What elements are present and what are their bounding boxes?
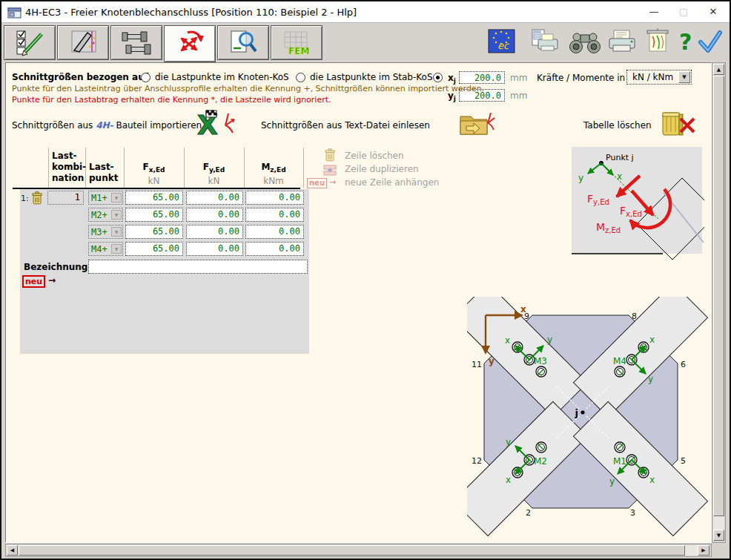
dropdown-arrow-icon[interactable]: ▼ — [678, 71, 690, 83]
help-button[interactable]: ? — [676, 28, 695, 59]
app-window: 4H-EC3 - Freier Knotenblechanschluss [Po… — [0, 0, 731, 560]
corner-8: 8 — [632, 312, 637, 321]
mz-field[interactable]: 0.00 — [245, 242, 304, 256]
clear-table-button[interactable] — [657, 108, 697, 142]
vertical-scrollbar[interactable]: ▲ ▼ — [712, 62, 726, 543]
vertical-scroll-thumb[interactable] — [713, 76, 724, 516]
horizontal-scrollbar[interactable]: ◀ ▶ — [5, 544, 712, 557]
toolbar: FEM ec — [1, 24, 730, 62]
radio-coords[interactable] — [433, 73, 443, 82]
corner-2: 2 — [526, 508, 531, 518]
fem-grid-icon: FEM — [280, 29, 313, 57]
lastpunkt-select[interactable]: M2+ ▼ — [88, 208, 123, 222]
clear-table-label: Tabelle löschen — [583, 120, 652, 131]
header-divider — [303, 148, 304, 188]
fy-field[interactable]: 0.00 — [186, 225, 243, 239]
tab-schrauben[interactable] — [110, 25, 162, 60]
fx-field[interactable]: 65.00 — [125, 191, 183, 205]
horizontal-scroll-thumb[interactable] — [19, 545, 685, 556]
minimize-button[interactable]: — — [639, 1, 669, 22]
scroll-right-button[interactable]: ▶ — [698, 545, 710, 556]
menu-append-row[interactable]: neue Zeile anhängen — [345, 177, 439, 188]
delete-row-icon[interactable] — [324, 148, 336, 162]
corner-11: 11 — [472, 360, 482, 369]
textfile-button[interactable] — [457, 109, 496, 141]
fx-field[interactable]: 65.00 — [125, 208, 183, 222]
plate-diagram: x y x y y x y x M3 M4 M2 M1 x y 9 8 6 5 … — [467, 297, 716, 549]
row-index: 1: — [21, 194, 29, 203]
radio-knoten-label[interactable]: die Lastpunkte im Knoten-KoS — [155, 72, 289, 82]
eurocode-button[interactable]: ec — [488, 28, 516, 57]
fx-field[interactable]: 65.00 — [125, 225, 183, 239]
menu-duplicate-row[interactable]: Zeile duplizieren — [345, 164, 419, 174]
textfile-label: Schnittgrößen aus Text-Datei einlesen — [261, 120, 430, 131]
force-diagram: Punkt j y x Fy,Ed Fx,Ed Mz,Ed — [571, 145, 704, 263]
fx-field[interactable]: 65.00 — [125, 242, 183, 256]
print-button[interactable] — [606, 28, 639, 59]
lastpunkt-select[interactable]: M4+ ▼ — [88, 242, 123, 256]
header-divider — [48, 148, 49, 188]
axis-y-label: y — [578, 173, 583, 183]
xj-field[interactable]: 200.0 — [459, 71, 505, 84]
close-button[interactable]: ✕ — [698, 1, 728, 22]
corner-5: 5 — [681, 456, 686, 466]
tab-fem[interactable]: FEM — [271, 25, 322, 60]
scroll-left-button[interactable]: ◀ — [7, 545, 18, 556]
center-j-label: j — [575, 407, 578, 418]
new-row-button[interactable]: neu — [22, 275, 45, 288]
bolts-icon — [119, 29, 153, 57]
import-x-flag-icon: X — [196, 109, 237, 139]
append-row-icon[interactable]: neu — [307, 178, 327, 188]
dropdown-arrow-icon[interactable]: ▼ — [111, 193, 122, 202]
fy-field[interactable]: 0.00 — [186, 208, 243, 222]
binoculars-icon — [568, 28, 602, 56]
scroll-up-button[interactable]: ▲ — [713, 64, 724, 75]
print-preview-button[interactable] — [531, 28, 560, 59]
mz-field[interactable]: 0.00 — [245, 225, 304, 239]
dropdown-arrow-icon[interactable]: ▼ — [111, 244, 122, 254]
lastpunkt-select[interactable]: M3+ ▼ — [88, 225, 123, 239]
maximize-button[interactable]: ▢ — [669, 1, 698, 22]
mz-field[interactable]: 0.00 — [245, 208, 304, 222]
point-j-label: Punkt j — [606, 153, 634, 162]
radio-stab-label[interactable]: die Lastpunkte im Stab-KoS — [310, 72, 433, 82]
bezeichnung-input[interactable] — [88, 260, 308, 274]
scroll-down-button[interactable]: ▼ — [713, 530, 724, 541]
plot-button[interactable] — [644, 28, 673, 59]
check-mark-icon — [697, 28, 724, 56]
bezeichnung-label: Bezeichnung — [24, 262, 87, 272]
radio-stab-kos[interactable] — [296, 73, 305, 82]
question-glyph: ? — [679, 29, 692, 55]
kraefte-label: Kräfte / Momente in — [537, 73, 625, 83]
import-bauteil-label: Schnittgrößen aus 4H- Bauteil importiere… — [12, 120, 202, 131]
radio-knoten-kos[interactable] — [141, 73, 150, 82]
duplicate-row-icon[interactable] — [323, 165, 337, 176]
menu-delete-row[interactable]: Zeile löschen — [345, 151, 404, 161]
import-bauteil-button[interactable]: X — [196, 109, 237, 141]
lastpunkt-select[interactable]: M1+ ▼ — [88, 191, 123, 205]
corner-3: 3 — [630, 508, 635, 518]
m1-y-label: y — [609, 476, 615, 487]
4h-brand: 4H- — [96, 120, 113, 131]
m1-x-label: x — [649, 475, 655, 485]
row-trash-icon[interactable] — [31, 191, 43, 205]
fy-field[interactable]: 0.00 — [186, 191, 243, 205]
tab-schnittgroessen[interactable] — [164, 25, 216, 62]
vertical-scroll-track[interactable] — [713, 516, 724, 530]
tab-system[interactable] — [57, 25, 109, 60]
eurocode-ec-icon: ec — [488, 28, 516, 55]
dropdown-arrow-icon[interactable]: ▼ — [111, 227, 122, 237]
window-title: 4H-EC3 - Freier Knotenblechanschluss [Po… — [25, 7, 357, 18]
confirm-button[interactable] — [697, 28, 724, 59]
mz-field[interactable]: 0.00 — [245, 191, 304, 205]
fy-field[interactable]: 0.00 — [186, 242, 243, 256]
tab-eingabe[interactable] — [4, 25, 56, 60]
units-dropdown[interactable]: kN / kNm ▼ — [626, 70, 692, 85]
horizontal-scroll-track[interactable] — [685, 545, 698, 556]
col-header-punkt: Last- punkt — [89, 162, 118, 184]
dropdown-arrow-icon[interactable]: ▼ — [111, 210, 122, 220]
tab-nachweis[interactable] — [217, 25, 269, 60]
search-button[interactable] — [568, 28, 602, 59]
corner-9: 9 — [524, 312, 529, 321]
kombination-cell[interactable]: 1 — [47, 191, 84, 205]
